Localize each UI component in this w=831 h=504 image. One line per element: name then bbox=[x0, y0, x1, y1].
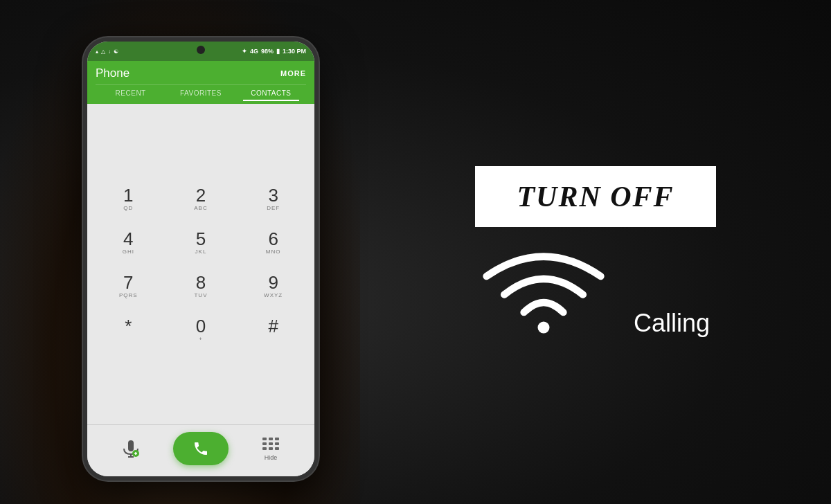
left-section: ▴ △ ↓ ☯ ✦ 4G 98% ▮ 1:30 PM bbox=[0, 0, 360, 504]
phone-camera bbox=[197, 46, 205, 54]
status-left-icons: ▴ △ ↓ ☯ bbox=[96, 48, 118, 55]
svg-rect-13 bbox=[269, 447, 273, 450]
dial-key-9[interactable]: 9 WXYZ bbox=[238, 265, 309, 307]
svg-rect-12 bbox=[262, 447, 267, 450]
phone-wrapper: ▴ △ ↓ ☯ ✦ 4G 98% ▮ 1:30 PM bbox=[83, 37, 319, 480]
tab-bar: RECENT FAVORITES CONTACTS bbox=[96, 84, 306, 101]
dial-key-star[interactable]: * bbox=[93, 309, 164, 351]
dial-key-1[interactable]: 1 QD bbox=[93, 178, 164, 220]
call-icon bbox=[193, 440, 209, 457]
wifi-icon bbox=[481, 248, 606, 338]
dial-key-0[interactable]: 0 + bbox=[166, 309, 237, 351]
battery-icon: ▮ bbox=[276, 48, 280, 55]
dial-key-4[interactable]: 4 GHI bbox=[93, 222, 164, 264]
calling-text: Calling bbox=[634, 309, 710, 338]
signal-icon: ✦ bbox=[242, 48, 247, 55]
svg-point-15 bbox=[537, 321, 549, 333]
app-title: Phone bbox=[96, 66, 129, 80]
svg-rect-14 bbox=[275, 447, 279, 450]
wifi-calling-section: Calling bbox=[481, 248, 710, 338]
app-bar: Phone MORE RECENT FAVORITES CONTACTS bbox=[87, 61, 314, 104]
dialpad-area: 1 QD 2 ABC 3 DEF 4 bbox=[87, 104, 314, 424]
clock: 1:30 PM bbox=[283, 48, 306, 55]
tab-recent[interactable]: RECENT bbox=[96, 85, 166, 101]
svg-rect-11 bbox=[275, 442, 279, 445]
svg-rect-8 bbox=[275, 438, 279, 440]
turn-off-text: TURN OFF bbox=[517, 180, 674, 213]
svg-rect-7 bbox=[269, 438, 273, 440]
tab-contacts[interactable]: CONTACTS bbox=[236, 85, 306, 101]
dial-key-5[interactable]: 5 JKL bbox=[166, 222, 237, 264]
call-button[interactable] bbox=[173, 432, 229, 465]
bluetooth-icon: ▴ bbox=[96, 48, 98, 55]
dial-key-8[interactable]: 8 TUV bbox=[166, 265, 237, 307]
warning-icon: △ bbox=[101, 48, 105, 55]
svg-rect-0 bbox=[128, 440, 134, 451]
hide-label: Hide bbox=[265, 454, 278, 461]
dial-key-7[interactable]: 7 PQRS bbox=[93, 265, 164, 307]
more-button[interactable]: MORE bbox=[280, 69, 306, 78]
svg-rect-10 bbox=[269, 442, 273, 445]
phone-frame: ▴ △ ↓ ☯ ✦ 4G 98% ▮ 1:30 PM bbox=[83, 37, 319, 480]
settings-icon: ☯ bbox=[114, 48, 118, 55]
network-type: 4G bbox=[250, 48, 258, 55]
right-section: TURN OFF Calling bbox=[360, 138, 831, 366]
svg-rect-9 bbox=[262, 442, 267, 445]
app-bar-top: Phone MORE bbox=[96, 66, 306, 80]
dial-key-2[interactable]: 2 ABC bbox=[166, 178, 237, 220]
dialpad-grid: 1 QD 2 ABC 3 DEF 4 bbox=[93, 178, 309, 351]
svg-rect-6 bbox=[262, 438, 267, 440]
hide-dialpad-button[interactable]: Hide bbox=[253, 433, 288, 464]
download-icon: ↓ bbox=[108, 48, 111, 55]
tab-favorites[interactable]: FAVORITES bbox=[166, 85, 235, 101]
dial-key-6[interactable]: 6 MNO bbox=[238, 222, 309, 264]
battery-level: 98% bbox=[261, 48, 274, 55]
wifi-signal-icon bbox=[481, 241, 606, 338]
mic-icon bbox=[121, 439, 141, 458]
bottom-bar: Hide bbox=[87, 424, 314, 476]
status-right-info: ✦ 4G 98% ▮ 1:30 PM bbox=[242, 48, 306, 55]
dial-key-3[interactable]: 3 DEF bbox=[238, 178, 309, 220]
turn-off-box: TURN OFF bbox=[475, 166, 715, 227]
phone-screen: ▴ △ ↓ ☯ ✦ 4G 98% ▮ 1:30 PM bbox=[87, 42, 314, 476]
dial-key-hash[interactable]: # bbox=[238, 309, 309, 351]
dialpad-icon bbox=[262, 437, 280, 452]
audio-button[interactable] bbox=[114, 433, 148, 464]
